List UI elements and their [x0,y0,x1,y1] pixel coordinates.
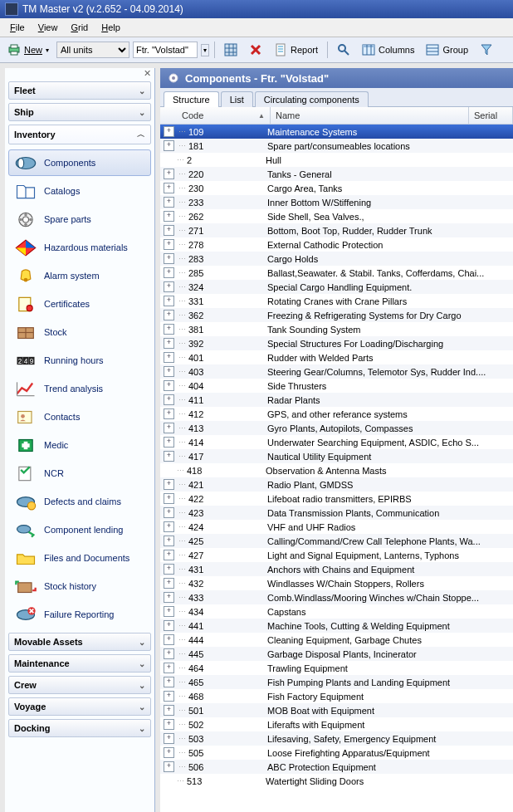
panel-close-icon[interactable]: ✕ [5,68,154,80]
col-serial[interactable]: Serial [469,107,513,124]
expand-icon[interactable]: + [164,324,174,335]
tree-row[interactable]: +⋯433Comb.Windlass/Mooring Winches w/Cha… [160,590,513,604]
tree-grid[interactable]: Code▲ Name Serial +⋯109Maintenance Syste… [160,107,513,812]
tree-row[interactable]: +⋯417Nautical Utility Equipment [160,449,513,463]
ship-input[interactable] [133,42,198,58]
section-voyage[interactable]: Voyage⌄ [8,697,151,716]
tree-row[interactable]: +⋯506ABC Protection Equipment [160,760,513,774]
tree-row[interactable]: +⋯285Ballast,Seawater. & Stabil. Tanks, … [160,266,513,280]
section-fleet[interactable]: Fleet⌄ [8,81,151,100]
report-button[interactable]: Report [270,40,322,60]
nav-alarm[interactable]: Alarm system [8,262,151,289]
expand-icon[interactable]: + [164,310,174,320]
tree-row[interactable]: +⋯381Tank Sounding System [160,322,513,336]
tree-row[interactable]: +⋯421Radio Plant, GMDSS [160,477,513,492]
tree-row[interactable]: +⋯465Fish Pumping Plants and Landing Equ… [160,675,513,689]
nav-failure[interactable]: Failure Reporting [8,601,151,628]
tree-row[interactable]: +⋯425Calling/Command/Crew Call Telephone… [160,534,513,548]
tab-circulating[interactable]: Circulating components [255,91,369,107]
tree-row[interactable]: +⋯423Data Transmission Plants, Communica… [160,506,513,520]
tree-row[interactable]: +⋯362Freezing & Refrigerating Systems fo… [160,308,513,322]
tree-row[interactable]: +⋯441Machine Tools, Cutting & Welding Eq… [160,619,513,633]
tree-row[interactable]: +⋯431Anchors with Chains and Equipment [160,562,513,576]
expand-icon[interactable]: + [164,225,174,236]
tree-row[interactable]: +⋯422Lifeboat radio transmitters, EPIRBS [160,492,513,506]
search-button[interactable] [333,40,354,60]
tree-row[interactable]: +⋯233Inner Bottom W/Stiffening [160,195,513,209]
expand-icon[interactable]: + [164,211,174,222]
expand-icon[interactable]: + [164,437,174,448]
expand-icon[interactable]: + [164,479,174,490]
new-button[interactable]: New ▾ [3,40,53,60]
nav-ncr[interactable]: NCR [8,460,151,487]
menu-view[interactable]: View [32,22,65,32]
tree-row[interactable]: +⋯401Rudder with Welded Parts [160,350,513,364]
expand-icon[interactable]: + [164,663,174,673]
expand-icon[interactable]: + [164,169,174,179]
nav-stockhist[interactable]: Stock history [8,573,151,599]
expand-icon[interactable]: + [164,296,174,306]
nav-cert[interactable]: Certificates [8,291,151,317]
tree-row[interactable]: +⋯109Maintenance Systems [160,125,513,139]
expand-icon[interactable]: + [164,536,174,546]
expand-icon[interactable]: + [164,733,174,744]
tree-row[interactable]: +⋯501MOB Boat with Equipment [160,703,513,717]
expand-icon[interactable]: + [164,521,174,532]
tree-row[interactable]: +⋯181Spare part/consumeables locations [160,139,513,153]
tree-row[interactable]: +⋯424VHF and UHF Radios [160,520,513,534]
expand-icon[interactable]: + [164,507,174,518]
nav-hazard[interactable]: Hazardous materials [8,234,151,261]
tree-row[interactable]: +⋯262Side Shell, Sea Valves., [160,209,513,223]
expand-icon[interactable]: + [164,126,174,137]
menu-help[interactable]: Help [95,22,127,32]
nav-defect[interactable]: Defects and claims [8,488,151,515]
tree-row[interactable]: +⋯432Windlasses W/Chain Stoppers, Roller… [160,576,513,590]
section-ship[interactable]: Ship⌄ [8,103,151,121]
filter-button[interactable] [476,40,497,60]
tree-row[interactable]: ⋯513Watertight Sliding Doors [160,774,513,788]
section-maintenance[interactable]: Maintenance⌄ [8,654,151,673]
menu-grid[interactable]: Grid [64,22,95,32]
tree-row[interactable]: +⋯331Rotating Cranes with Crane Pillars [160,294,513,308]
tree-row[interactable]: +⋯412GPS, and other referance systems [160,407,513,421]
tree-row[interactable]: +⋯505Loose Firefighting Apparatus/Equipm… [160,746,513,760]
grid-view-button[interactable] [220,40,242,60]
tree-row[interactable]: +⋯392Special Structures For Loading/Disc… [160,336,513,350]
tree-row[interactable]: ⋯2Hull [160,153,513,167]
section-crew[interactable]: Crew⌄ [8,676,151,694]
tree-row[interactable]: ⋯418Observation & Antenna Masts [160,463,513,477]
delete-button[interactable] [245,40,266,60]
nav-medic[interactable]: Medic [8,432,151,458]
expand-icon[interactable]: + [164,183,174,193]
nav-hours[interactable]: 249Running hours [8,347,151,374]
tree-row[interactable]: +⋯444Cleaning Equipment, Garbage Chutes [160,633,513,647]
expand-icon[interactable]: + [164,423,174,433]
tree-row[interactable]: +⋯283Cargo Holds [160,252,513,266]
tree-row[interactable]: +⋯414Underwater Searching Equipment, ASD… [160,435,513,449]
tree-row[interactable]: +⋯464Trawling Equipment [160,661,513,675]
tree-row[interactable]: +⋯404Side Thrusters [160,379,513,393]
expand-icon[interactable]: + [164,239,174,250]
tab-list[interactable]: List [221,91,253,107]
expand-icon[interactable]: + [164,394,174,405]
expand-icon[interactable]: + [164,550,174,560]
expand-icon[interactable]: + [164,253,174,264]
tree-row[interactable]: +⋯468Fish Factory Equipment [160,689,513,703]
nav-spare[interactable]: Spare parts [8,206,151,232]
tree-row[interactable]: +⋯427Light and Signal Equipment, Lantern… [160,548,513,562]
expand-icon[interactable]: + [164,677,174,687]
expand-icon[interactable]: + [164,352,174,363]
units-select[interactable]: All units [56,42,129,58]
expand-icon[interactable]: + [164,281,174,292]
expand-icon[interactable]: + [164,493,174,504]
expand-icon[interactable]: + [164,338,174,349]
tree-row[interactable]: +⋯271Bottom, Boot Top, Rudder, Rudder Tr… [160,223,513,237]
tree-row[interactable]: +⋯230Cargo Area, Tanks [160,181,513,195]
expand-icon[interactable]: + [164,366,174,377]
section-docking[interactable]: Docking⌄ [8,719,151,737]
section-movable[interactable]: Movable Assets⌄ [8,633,151,651]
col-code[interactable]: Code▲ [177,107,271,124]
expand-icon[interactable]: + [164,408,174,419]
expand-icon[interactable]: + [164,719,174,730]
tree-row[interactable]: +⋯434Capstans [160,604,513,619]
